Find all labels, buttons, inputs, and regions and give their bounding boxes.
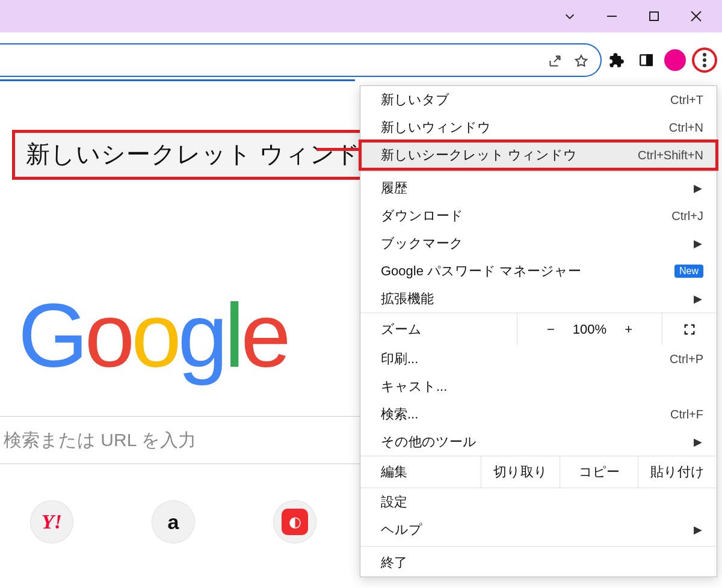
chrome-overflow-menu: 新しいタブCtrl+T新しいウィンドウCtrl+N新しいシークレット ウィンドウ… [360,85,717,577]
zoom-in-button[interactable]: + [625,322,632,337]
menu-item-label: 検索... [381,405,418,423]
address-bar[interactable] [0,43,602,77]
google-logo: Google [18,284,288,388]
svg-rect-5 [647,55,652,65]
menu-item-label: 設定 [381,493,407,511]
menu-item-shortcut: Ctrl+J [671,209,703,223]
menu-item[interactable]: 新しいシークレット ウィンドウCtrl+Shift+N [360,141,717,169]
shortcut-yahoo[interactable]: Y! [30,500,73,544]
fullscreen-button[interactable] [662,323,717,336]
menu-item[interactable]: Google パスワード マネージャーNew [360,257,717,285]
menu-zoom-row: ズーム−100%+ [360,313,717,345]
edit-copy-button[interactable]: コピー [560,456,638,488]
menu-item-label: ダウンロード [381,207,463,225]
chevron-down-icon[interactable] [549,0,591,32]
menu-item[interactable]: 検索...Ctrl+F [360,400,717,428]
extensions-icon[interactable] [604,48,628,72]
menu-item[interactable]: ヘルプ▶ [360,516,717,544]
menu-item-label: 拡張機能 [381,290,434,308]
sidepanel-icon[interactable] [634,48,658,72]
menu-item-label: 印刷... [381,350,418,368]
menu-item[interactable]: ダウンロードCtrl+J [360,202,717,230]
annotation-connector [316,148,359,151]
menu-item-label: 終了 [381,554,407,572]
share-icon[interactable] [543,49,567,73]
new-badge: New [674,265,703,278]
chevron-right-icon: ▶ [694,182,702,195]
chevron-right-icon: ▶ [694,292,702,305]
menu-item[interactable]: 履歴▶ [360,174,717,202]
bookmark-star-icon[interactable] [569,49,593,73]
menu-item[interactable]: ブックマーク▶ [360,230,717,257]
menu-item-shortcut: Ctrl+Shift+N [638,149,703,162]
more-menu-button[interactable] [692,47,717,73]
page-content: 新しいシークレット ウィンドウ Google 検索または URL を入力 Y! … [0,85,722,588]
menu-item-shortcut: Ctrl+F [670,408,703,421]
svg-rect-1 [650,12,658,20]
menu-separator [360,171,717,172]
search-input[interactable]: 検索または URL を入力 [0,416,360,464]
browser-toolbar [0,32,722,85]
shortcut-app[interactable]: ◐ [273,500,316,544]
menu-item-label: ズーム [360,320,517,338]
menu-item[interactable]: 拡張機能▶ [360,285,717,313]
menu-item-label: ブックマーク [381,234,463,253]
menu-item-label: 履歴 [381,179,407,197]
menu-item-label: キャスト... [381,378,447,396]
chevron-right-icon: ▶ [694,523,702,536]
menu-item[interactable]: キャスト... [360,373,717,400]
menu-edit-row: 編集切り取りコピー貼り付け [360,456,717,488]
edit-cut-button[interactable]: 切り取り [481,456,560,488]
menu-item-label: 新しいタブ [381,91,449,109]
search-placeholder: 検索または URL を入力 [4,428,196,453]
menu-item[interactable]: 新しいタブCtrl+T [360,86,717,114]
menu-item-shortcut: Ctrl+T [670,93,703,107]
zoom-value: 100% [573,322,606,337]
menu-item-label: 新しいウィンドウ [381,118,491,136]
menu-item-label: 新しいシークレット ウィンドウ [381,146,577,164]
menu-item-label: 編集 [360,456,481,488]
menu-item[interactable]: 終了 [360,549,717,577]
address-bar-focus-line [0,79,355,81]
zoom-out-button[interactable]: − [547,322,555,337]
edit-paste-button[interactable]: 貼り付け [638,456,717,488]
menu-item[interactable]: 新しいウィンドウCtrl+N [360,114,717,141]
chevron-right-icon: ▶ [694,237,702,250]
menu-item[interactable]: 設定 [360,488,717,516]
maximize-button[interactable] [633,0,675,32]
menu-item[interactable]: 印刷...Ctrl+P [360,345,717,373]
chevron-right-icon: ▶ [694,435,702,449]
window-titlebar [0,0,722,32]
menu-item-label: Google パスワード マネージャー [381,262,581,280]
close-button[interactable] [675,0,717,32]
annotation-text: 新しいシークレット ウィンドウ [26,141,386,167]
shortcut-amazon[interactable]: a [152,500,195,544]
minimize-button[interactable] [591,0,633,32]
menu-item-label: その他のツール [381,433,477,451]
menu-separator [360,546,717,547]
menu-item[interactable]: その他のツール▶ [360,428,717,456]
profile-avatar[interactable] [664,49,686,71]
menu-item-shortcut: Ctrl+P [670,352,703,366]
annotation-callout: 新しいシークレット ウィンドウ [12,130,400,180]
menu-item-label: ヘルプ [381,521,422,539]
menu-item-shortcut: Ctrl+N [669,121,703,135]
